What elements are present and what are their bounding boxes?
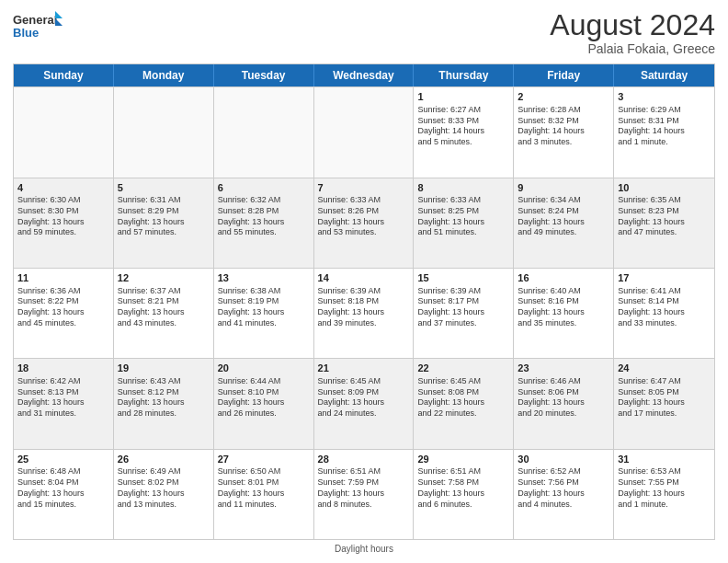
- day-info: Sunrise: 6:39 AM Sunset: 8:17 PM Dayligh…: [417, 286, 509, 329]
- day-info: Sunrise: 6:45 AM Sunset: 8:09 PM Dayligh…: [318, 376, 410, 419]
- day-cell-4: 4Sunrise: 6:30 AM Sunset: 8:30 PM Daylig…: [14, 178, 114, 268]
- day-info: Sunrise: 6:46 AM Sunset: 8:06 PM Dayligh…: [518, 376, 609, 419]
- day-number: 29: [417, 453, 509, 466]
- week-row-1: 1Sunrise: 6:27 AM Sunset: 8:33 PM Daylig…: [14, 86, 714, 177]
- header-sunday: Sunday: [14, 64, 114, 86]
- svg-text:Blue: Blue: [13, 26, 39, 40]
- header-monday: Monday: [114, 64, 214, 86]
- svg-marker-3: [55, 18, 63, 26]
- day-cell-27: 27Sunrise: 6:50 AM Sunset: 8:01 PM Dayli…: [214, 450, 314, 539]
- day-number: 27: [218, 453, 310, 466]
- day-info: Sunrise: 6:30 AM Sunset: 8:30 PM Dayligh…: [17, 195, 109, 238]
- day-number: 7: [318, 181, 410, 195]
- day-info: Sunrise: 6:39 AM Sunset: 8:18 PM Dayligh…: [318, 286, 410, 329]
- day-cell-empty-0-3: [314, 87, 415, 177]
- page: General Blue August 2024 Palaia Fokaia, …: [0, 0, 728, 563]
- day-number: 20: [218, 362, 310, 375]
- header-wednesday: Wednesday: [314, 64, 415, 86]
- day-info: Sunrise: 6:51 AM Sunset: 7:58 PM Dayligh…: [417, 466, 509, 510]
- day-cell-empty-0-0: [14, 87, 114, 177]
- day-number: 26: [118, 453, 210, 466]
- day-info: Sunrise: 6:44 AM Sunset: 8:10 PM Dayligh…: [218, 376, 310, 419]
- day-number: 31: [618, 453, 711, 466]
- day-number: 12: [118, 271, 210, 285]
- day-info: Sunrise: 6:43 AM Sunset: 8:12 PM Dayligh…: [118, 376, 210, 419]
- day-number: 5: [118, 181, 210, 195]
- day-cell-12: 12Sunrise: 6:37 AM Sunset: 8:21 PM Dayli…: [114, 269, 214, 358]
- week-row-2: 4Sunrise: 6:30 AM Sunset: 8:30 PM Daylig…: [14, 178, 714, 268]
- logo-svg: General Blue: [13, 9, 63, 46]
- day-info: Sunrise: 6:48 AM Sunset: 8:04 PM Dayligh…: [17, 466, 109, 510]
- header-friday: Friday: [514, 64, 614, 86]
- day-info: Sunrise: 6:51 AM Sunset: 7:59 PM Dayligh…: [318, 466, 410, 510]
- footer-note: Daylight hours: [13, 544, 715, 554]
- day-number: 3: [618, 90, 711, 104]
- week-row-5: 25Sunrise: 6:48 AM Sunset: 8:04 PM Dayli…: [14, 449, 714, 539]
- day-info: Sunrise: 6:40 AM Sunset: 8:16 PM Dayligh…: [518, 286, 609, 329]
- day-number: 16: [518, 271, 609, 285]
- day-number: 18: [17, 362, 109, 375]
- week-row-3: 11Sunrise: 6:36 AM Sunset: 8:22 PM Dayli…: [14, 268, 714, 358]
- day-number: 4: [17, 181, 109, 195]
- day-cell-13: 13Sunrise: 6:38 AM Sunset: 8:19 PM Dayli…: [214, 269, 314, 358]
- day-info: Sunrise: 6:53 AM Sunset: 7:55 PM Dayligh…: [618, 466, 711, 510]
- day-info: Sunrise: 6:52 AM Sunset: 7:56 PM Dayligh…: [518, 466, 609, 510]
- day-number: 21: [318, 362, 410, 375]
- svg-text:General: General: [13, 13, 57, 27]
- header: General Blue August 2024 Palaia Fokaia, …: [13, 9, 715, 56]
- day-cell-18: 18Sunrise: 6:42 AM Sunset: 8:13 PM Dayli…: [14, 359, 114, 448]
- day-cell-30: 30Sunrise: 6:52 AM Sunset: 7:56 PM Dayli…: [514, 450, 614, 539]
- day-cell-15: 15Sunrise: 6:39 AM Sunset: 8:17 PM Dayli…: [414, 269, 514, 358]
- day-cell-8: 8Sunrise: 6:33 AM Sunset: 8:25 PM Daylig…: [414, 178, 514, 268]
- day-info: Sunrise: 6:49 AM Sunset: 8:02 PM Dayligh…: [118, 466, 210, 510]
- title-block: August 2024 Palaia Fokaia, Greece: [550, 9, 715, 56]
- day-cell-7: 7Sunrise: 6:33 AM Sunset: 8:26 PM Daylig…: [314, 178, 415, 268]
- day-cell-22: 22Sunrise: 6:45 AM Sunset: 8:08 PM Dayli…: [414, 359, 514, 448]
- day-cell-1: 1Sunrise: 6:27 AM Sunset: 8:33 PM Daylig…: [414, 87, 514, 177]
- day-number: 17: [618, 271, 711, 285]
- day-cell-21: 21Sunrise: 6:45 AM Sunset: 8:09 PM Dayli…: [314, 359, 415, 448]
- calendar: SundayMondayTuesdayWednesdayThursdayFrid…: [13, 63, 715, 540]
- day-number: 24: [618, 362, 711, 375]
- logo: General Blue: [13, 9, 63, 46]
- day-cell-2: 2Sunrise: 6:28 AM Sunset: 8:32 PM Daylig…: [514, 87, 614, 177]
- day-number: 11: [17, 271, 109, 285]
- day-cell-3: 3Sunrise: 6:29 AM Sunset: 8:31 PM Daylig…: [614, 87, 714, 177]
- day-cell-empty-0-2: [214, 87, 314, 177]
- header-tuesday: Tuesday: [214, 64, 314, 86]
- day-cell-25: 25Sunrise: 6:48 AM Sunset: 8:04 PM Dayli…: [14, 450, 114, 539]
- day-number: 10: [618, 181, 711, 195]
- day-cell-14: 14Sunrise: 6:39 AM Sunset: 8:18 PM Dayli…: [314, 269, 415, 358]
- day-number: 15: [417, 271, 509, 285]
- day-number: 2: [518, 90, 609, 104]
- day-cell-16: 16Sunrise: 6:40 AM Sunset: 8:16 PM Dayli…: [514, 269, 614, 358]
- day-info: Sunrise: 6:47 AM Sunset: 8:05 PM Dayligh…: [618, 376, 711, 419]
- day-info: Sunrise: 6:35 AM Sunset: 8:23 PM Dayligh…: [618, 195, 711, 238]
- day-cell-5: 5Sunrise: 6:31 AM Sunset: 8:29 PM Daylig…: [114, 178, 214, 268]
- day-cell-11: 11Sunrise: 6:36 AM Sunset: 8:22 PM Dayli…: [14, 269, 114, 358]
- day-number: 28: [318, 453, 410, 466]
- day-info: Sunrise: 6:32 AM Sunset: 8:28 PM Dayligh…: [218, 195, 310, 238]
- day-cell-6: 6Sunrise: 6:32 AM Sunset: 8:28 PM Daylig…: [214, 178, 314, 268]
- day-info: Sunrise: 6:38 AM Sunset: 8:19 PM Dayligh…: [218, 286, 310, 329]
- day-cell-9: 9Sunrise: 6:34 AM Sunset: 8:24 PM Daylig…: [514, 178, 614, 268]
- day-cell-17: 17Sunrise: 6:41 AM Sunset: 8:14 PM Dayli…: [614, 269, 714, 358]
- day-number: 22: [417, 362, 509, 375]
- day-info: Sunrise: 6:33 AM Sunset: 8:25 PM Dayligh…: [417, 195, 509, 238]
- calendar-header: SundayMondayTuesdayWednesdayThursdayFrid…: [14, 64, 714, 86]
- day-number: 1: [417, 90, 509, 104]
- day-info: Sunrise: 6:31 AM Sunset: 8:29 PM Dayligh…: [118, 195, 210, 238]
- day-info: Sunrise: 6:45 AM Sunset: 8:08 PM Dayligh…: [417, 376, 509, 419]
- day-cell-23: 23Sunrise: 6:46 AM Sunset: 8:06 PM Dayli…: [514, 359, 614, 448]
- day-number: 30: [518, 453, 609, 466]
- day-info: Sunrise: 6:29 AM Sunset: 8:31 PM Dayligh…: [618, 105, 711, 148]
- day-info: Sunrise: 6:34 AM Sunset: 8:24 PM Dayligh…: [518, 195, 609, 238]
- day-number: 8: [417, 181, 509, 195]
- day-cell-19: 19Sunrise: 6:43 AM Sunset: 8:12 PM Dayli…: [114, 359, 214, 448]
- header-saturday: Saturday: [614, 64, 714, 86]
- day-info: Sunrise: 6:37 AM Sunset: 8:21 PM Dayligh…: [118, 286, 210, 329]
- header-thursday: Thursday: [414, 64, 514, 86]
- day-number: 19: [118, 362, 210, 375]
- day-info: Sunrise: 6:33 AM Sunset: 8:26 PM Dayligh…: [318, 195, 410, 238]
- day-info: Sunrise: 6:28 AM Sunset: 8:32 PM Dayligh…: [518, 105, 609, 148]
